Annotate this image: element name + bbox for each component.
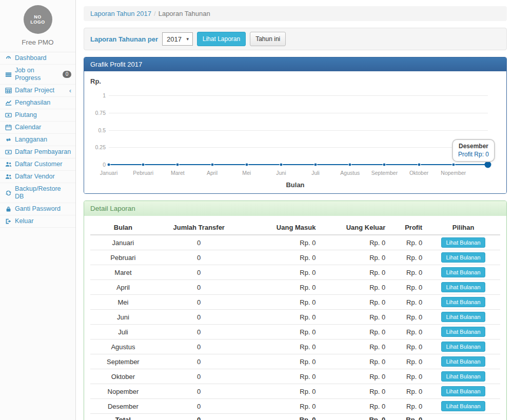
cell: Rp. 0: [320, 280, 389, 295]
cell: Rp. 0: [242, 310, 320, 325]
breadcrumb: Laporan Tahun 2017/Laporan Tahunan: [84, 6, 507, 21]
cell: September: [90, 354, 156, 369]
sidebar-item-label: Daftar Vendor: [15, 173, 55, 181]
table-row: Nopember0Rp. 0Rp. 0Rp. 0Lihat Bulanan: [90, 384, 500, 399]
cell: 0: [156, 250, 242, 265]
chart-y-tick: 0.75: [86, 110, 106, 116]
sidebar-item-job-on-progress[interactable]: Job on Progress0: [0, 65, 75, 85]
chart-point-mei[interactable]: [245, 163, 248, 167]
cell: Maret: [90, 265, 156, 280]
sidebar-item-label: Job on Progress: [15, 67, 60, 82]
this-year-button[interactable]: Tahun ini: [250, 32, 286, 46]
cell: Rp. 0: [242, 354, 320, 369]
column-header: Profit: [389, 221, 426, 235]
chart-point-desember[interactable]: [485, 162, 491, 168]
cell: Rp. 0: [389, 369, 426, 384]
view-monthly-button-januari[interactable]: Lihat Bulanan: [441, 237, 485, 248]
cell: 0: [156, 280, 242, 295]
cell: Rp. 0: [320, 384, 389, 399]
sidebar-item-daftar-pembayaran[interactable]: Daftar Pembayaran: [0, 146, 75, 158]
cell: Rp. 0: [320, 295, 389, 310]
table-total-row: Total0Rp. 0Rp. 0Rp. 0: [90, 414, 500, 420]
sidebar-item-daftar-project[interactable]: Daftar Project‹: [0, 85, 75, 97]
view-monthly-button-pebruari[interactable]: Lihat Bulanan: [441, 252, 485, 263]
chart-point-pebruari[interactable]: [142, 163, 145, 167]
chart-x-axis-label: Bulan: [286, 181, 304, 189]
column-header: Bulan: [90, 221, 156, 235]
cell: Rp. 0: [242, 280, 320, 295]
profit-chart: Rp. Desember Profit Rp: 0 00.250.50.751J…: [84, 71, 506, 193]
sidebar-item-keluar[interactable]: Keluar: [0, 215, 75, 228]
view-monthly-button-oktober[interactable]: Lihat Bulanan: [441, 371, 485, 382]
view-monthly-button-agustus[interactable]: Lihat Bulanan: [441, 342, 485, 352]
chart-point-april[interactable]: [210, 163, 214, 167]
chart-point-nopember[interactable]: [451, 163, 455, 167]
action-cell: Lihat Bulanan: [426, 310, 500, 325]
column-header: Pilihan: [426, 221, 500, 235]
chart-point-september[interactable]: [383, 163, 386, 167]
sidebar-item-daftar-vendor[interactable]: Daftar Vendor: [0, 171, 75, 183]
cell: Rp. 0: [320, 235, 389, 250]
sidebar-item-label: Calendar: [15, 124, 41, 131]
users-icon: [5, 173, 12, 181]
chart-x-tick: Juli: [311, 170, 320, 176]
cell: Pebruari: [90, 250, 156, 265]
year-select-value: 2017: [167, 35, 182, 43]
view-monthly-button-desember[interactable]: Lihat Bulanan: [441, 401, 485, 411]
cell: Rp. 0: [320, 265, 389, 280]
detail-report-panel-title: Detail Laporan: [84, 201, 506, 216]
cell: 0: [156, 414, 242, 420]
sidebar-item-penghasilan[interactable]: Penghasilan: [0, 97, 75, 109]
cell: April: [90, 280, 156, 295]
cell: Rp. 0: [389, 414, 426, 420]
chart-x-tick: September: [371, 170, 398, 176]
users-icon: [5, 161, 12, 168]
chevron-left-icon: ‹: [69, 88, 71, 93]
sidebar-item-ganti-password[interactable]: Ganti Password: [0, 203, 75, 215]
logo-wrap: NO LOGO: [0, 0, 75, 34]
table-body: Januari0Rp. 0Rp. 0Rp. 0Lihat BulananPebr…: [90, 235, 500, 420]
cell: Mei: [90, 295, 156, 310]
view-monthly-button-april[interactable]: Lihat Bulanan: [441, 282, 485, 292]
chart-point-agustus[interactable]: [348, 163, 352, 167]
cell: Rp. 0: [242, 235, 320, 250]
cell: 0: [156, 310, 242, 325]
cell: Rp. 0: [320, 354, 389, 369]
sidebar-item-daftar-customer[interactable]: Daftar Customer: [0, 158, 75, 171]
chart-point-maret[interactable]: [176, 163, 180, 167]
view-monthly-button-juli[interactable]: Lihat Bulanan: [441, 327, 485, 337]
view-monthly-button-september[interactable]: Lihat Bulanan: [441, 356, 485, 367]
chart-point-juli[interactable]: [314, 163, 318, 167]
cell: 0: [156, 295, 242, 310]
action-cell: Lihat Bulanan: [426, 384, 500, 399]
year-select[interactable]: 2017 ▼: [162, 32, 193, 46]
cell: Rp. 0: [242, 369, 320, 384]
column-header: Uang Keluar: [320, 221, 389, 235]
cell: Rp. 0: [389, 295, 426, 310]
breadcrumb-link-laporan-tahun[interactable]: Laporan Tahun 2017: [90, 10, 151, 17]
cell: Rp. 0: [389, 354, 426, 369]
profit-chart-panel-title: Grafik Profit 2017: [84, 57, 506, 71]
view-monthly-button-juni[interactable]: Lihat Bulanan: [441, 312, 485, 322]
sidebar-item-piutang[interactable]: Piutang: [0, 109, 75, 122]
view-monthly-button-mei[interactable]: Lihat Bulanan: [441, 297, 485, 307]
sidebar-item-langganan[interactable]: Langganan: [0, 134, 75, 146]
cell: Rp. 0: [242, 399, 320, 414]
column-header: Jumlah Transfer: [156, 221, 242, 235]
view-monthly-button-maret[interactable]: Lihat Bulanan: [441, 267, 485, 277]
calendar-icon: [5, 124, 12, 131]
cell: Rp. 0: [389, 384, 426, 399]
table-row: Maret0Rp. 0Rp. 0Rp. 0Lihat Bulanan: [90, 265, 500, 280]
lock-icon: [5, 206, 12, 213]
chart-point-juni[interactable]: [279, 163, 283, 167]
sidebar-item-dashboard[interactable]: Dashboard: [0, 52, 75, 65]
chart-point-oktober[interactable]: [417, 163, 421, 167]
chart-x-tick: Januari: [100, 170, 117, 176]
breadcrumb-current: Laporan Tahunan: [159, 10, 210, 17]
chart-point-januari[interactable]: [107, 163, 111, 167]
view-monthly-button-nopember[interactable]: Lihat Bulanan: [441, 386, 485, 396]
sidebar-item-calendar[interactable]: Calendar: [0, 122, 75, 134]
sidebar-item-backup-restore-db[interactable]: Backup/Restore DB: [0, 183, 75, 203]
cell: 0: [156, 339, 242, 354]
view-report-button[interactable]: Lihat Laporan: [197, 32, 246, 46]
